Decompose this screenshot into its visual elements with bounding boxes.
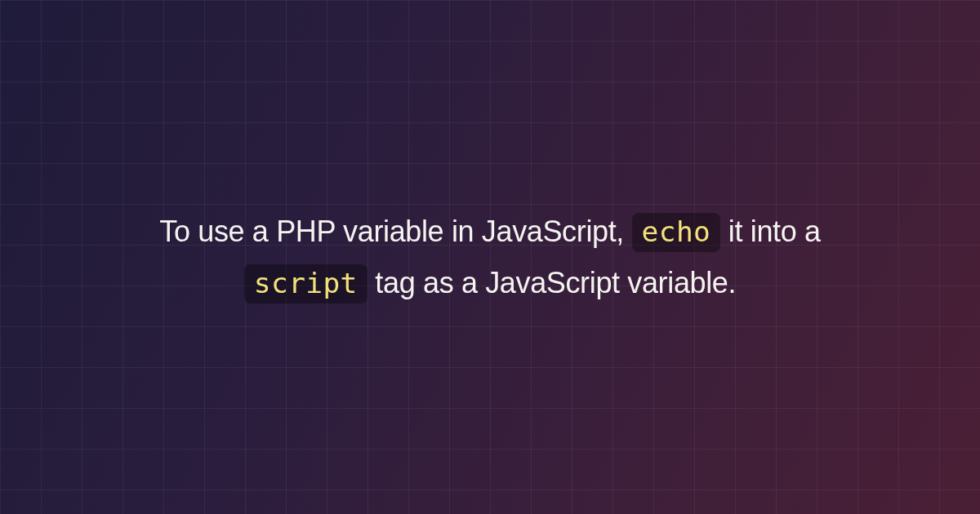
code-script: script: [244, 264, 368, 304]
summary-text: To use a PHP variable in JavaScript, ech…: [131, 206, 849, 308]
code-echo: echo: [632, 213, 721, 252]
summary-text-segment: To use a PHP variable in JavaScript,: [159, 215, 631, 248]
summary-card: To use a PHP variable in JavaScript, ech…: [98, 206, 882, 308]
summary-text-segment: tag as a JavaScript variable.: [368, 266, 736, 299]
summary-text-segment: it into a: [720, 215, 820, 248]
